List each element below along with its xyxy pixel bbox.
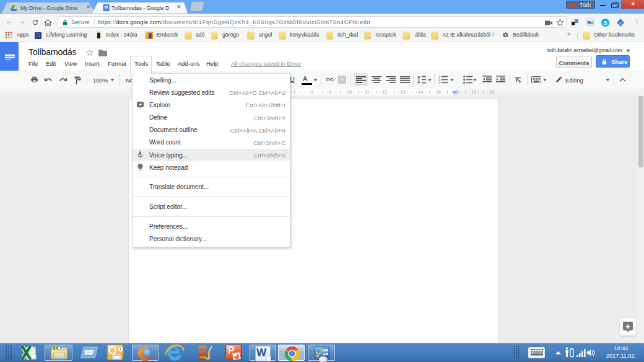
svg-text:3: 3	[438, 82, 440, 84]
